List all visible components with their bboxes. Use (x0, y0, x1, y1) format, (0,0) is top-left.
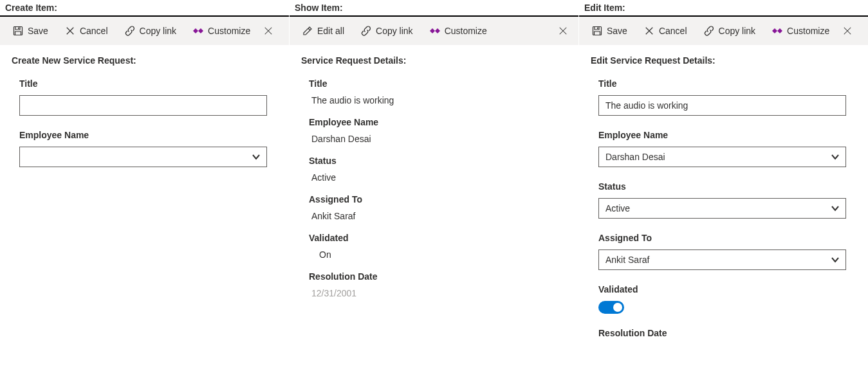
edit-all-button[interactable]: Edit all (295, 22, 352, 40)
edit-panel-title: Edit Item: (579, 0, 868, 15)
close-icon[interactable] (262, 21, 275, 41)
cancel-icon (644, 26, 654, 36)
validated-label: Validated (598, 284, 856, 294)
edit-all-label: Edit all (317, 26, 344, 36)
cancel-label: Cancel (80, 26, 108, 36)
field-validated: Validated On (301, 233, 567, 260)
save-button[interactable]: Save (5, 22, 56, 40)
title-label: Title (309, 78, 567, 89)
validated-toggle[interactable] (598, 301, 624, 314)
customize-label: Customize (445, 26, 487, 36)
save-icon (592, 26, 602, 36)
customize-button[interactable]: Customize (185, 22, 258, 40)
customize-icon (193, 26, 203, 36)
edit-toolbar: Save Cancel Copy link Customize (579, 17, 868, 45)
copy-link-button[interactable]: Copy link (353, 22, 421, 40)
customize-icon (430, 26, 440, 36)
status-label: Status (309, 156, 567, 166)
employee-select[interactable] (19, 147, 267, 167)
edit-panel: Edit Item: Save Cancel Copy link (579, 0, 868, 389)
create-toolbar: Save Cancel Copy link Customize (0, 17, 289, 45)
link-icon (361, 26, 371, 36)
employee-select[interactable]: Darshan Desai (598, 147, 846, 167)
assigned-select[interactable]: Ankit Saraf (598, 249, 846, 270)
field-resolution: Resolution Date (591, 328, 856, 338)
employee-label: Employee Name (598, 130, 856, 140)
cancel-button[interactable]: Cancel (57, 22, 116, 40)
cancel-icon (65, 26, 75, 36)
status-value: Active (309, 172, 567, 183)
edit-heading: Edit Service Request Details: (591, 55, 856, 66)
customize-label: Customize (208, 26, 250, 36)
title-label: Title (19, 78, 277, 89)
cancel-button[interactable]: Cancel (636, 22, 695, 40)
field-assigned: Assigned To Ankit Saraf (301, 194, 567, 221)
field-title: Title The audio is working (301, 78, 567, 105)
customize-button[interactable]: Customize (422, 22, 495, 40)
toggle-thumb (613, 303, 622, 312)
field-status: Status Active (591, 181, 856, 219)
create-panel-title: Create Item: (0, 0, 289, 15)
resolution-label: Resolution Date (309, 271, 567, 282)
show-panel-title: Show Item: (290, 0, 578, 15)
save-icon (13, 26, 23, 36)
validated-value: On (309, 249, 567, 260)
employee-select-value: Darshan Desai (605, 152, 665, 162)
validated-label: Validated (309, 233, 567, 243)
chevron-down-icon (830, 255, 840, 265)
assigned-label: Assigned To (309, 194, 567, 204)
customize-icon (772, 26, 782, 36)
close-icon[interactable] (841, 21, 854, 41)
copy-link-label: Copy link (719, 26, 756, 36)
show-toolbar: Edit all Copy link Customize (290, 17, 578, 45)
field-title: Title (12, 78, 277, 116)
customize-button[interactable]: Customize (764, 22, 837, 40)
assigned-label: Assigned To (598, 233, 856, 243)
title-value: The audio is working (309, 95, 567, 105)
customize-label: Customize (787, 26, 829, 36)
show-heading: Service Request Details: (301, 55, 567, 66)
chevron-down-icon (830, 152, 840, 162)
title-input[interactable] (19, 95, 267, 116)
resolution-value: 12/31/2001 (309, 288, 567, 298)
employee-value: Darshan Desai (309, 134, 567, 144)
create-content: Create New Service Request: Title Employ… (0, 45, 289, 192)
show-content: Service Request Details: Title The audio… (290, 45, 578, 320)
copy-link-label: Copy link (140, 26, 177, 36)
chevron-down-icon (830, 203, 840, 213)
create-heading: Create New Service Request: (12, 55, 277, 66)
assigned-value: Ankit Saraf (309, 211, 567, 221)
status-label: Status (598, 181, 856, 192)
field-status: Status Active (301, 156, 567, 183)
field-resolution: Resolution Date 12/31/2001 (301, 271, 567, 298)
field-employee: Employee Name Darshan Desai (301, 117, 567, 144)
resolution-label: Resolution Date (598, 328, 856, 338)
panels-row: Create Item: Save Cancel Copy link (0, 0, 868, 389)
field-assigned: Assigned To Ankit Saraf (591, 233, 856, 270)
copy-link-button[interactable]: Copy link (117, 22, 185, 40)
title-label: Title (598, 78, 856, 89)
copy-link-label: Copy link (376, 26, 413, 36)
status-select[interactable]: Active (598, 198, 846, 219)
assigned-select-value: Ankit Saraf (605, 255, 649, 265)
svg-rect-1 (18, 28, 19, 30)
edit-icon (302, 26, 313, 36)
show-panel: Show Item: Edit all Copy link Customize (290, 0, 579, 389)
close-icon[interactable] (553, 21, 573, 41)
chevron-down-icon (251, 152, 261, 162)
copy-link-button[interactable]: Copy link (696, 22, 764, 40)
svg-rect-3 (597, 28, 598, 30)
title-input[interactable] (598, 95, 846, 116)
field-validated: Validated (591, 284, 856, 314)
field-employee: Employee Name (12, 130, 277, 167)
create-panel: Create Item: Save Cancel Copy link (0, 0, 290, 389)
save-button[interactable]: Save (584, 22, 635, 40)
save-label: Save (28, 26, 48, 36)
cancel-label: Cancel (659, 26, 687, 36)
status-select-value: Active (605, 203, 630, 213)
link-icon (125, 26, 135, 36)
link-icon (704, 26, 714, 36)
edit-content: Edit Service Request Details: Title Empl… (579, 45, 868, 363)
employee-label: Employee Name (309, 117, 567, 127)
field-employee: Employee Name Darshan Desai (591, 130, 856, 167)
